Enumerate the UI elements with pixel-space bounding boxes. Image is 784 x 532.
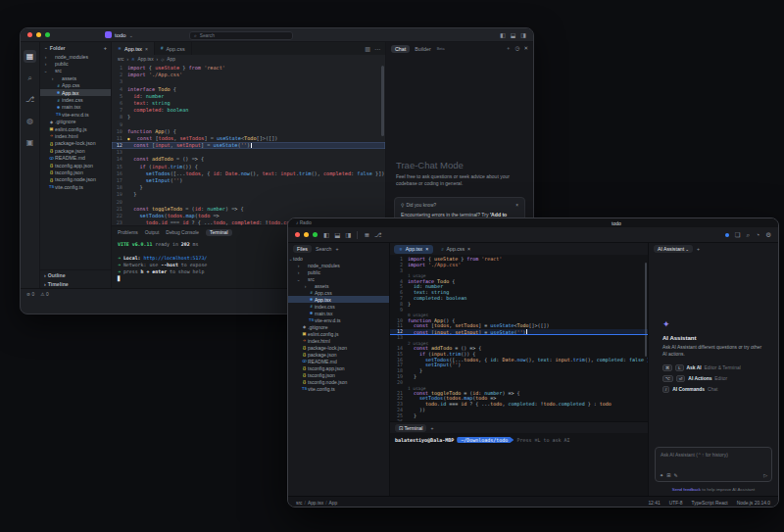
chat-tab-chat[interactable]: Chat xyxy=(391,45,410,53)
titlebar[interactable]: todo ⌄ ⌕ Search ◧⬓◨ xyxy=(21,28,533,42)
close-tab-icon[interactable]: × xyxy=(145,46,148,52)
breadcrumb-item[interactable]: App xyxy=(329,501,338,506)
breadcrumb[interactable]: src/App.tsx/App xyxy=(296,501,337,506)
close-icon[interactable]: × xyxy=(515,203,518,208)
tree-item-package-lock.json[interactable]: {}package-lock.json xyxy=(40,140,111,147)
search-icon[interactable]: ⌕ xyxy=(747,231,751,239)
explorer-header[interactable]: Folder xyxy=(50,45,66,51)
add-chat-button[interactable]: + xyxy=(697,246,700,252)
breadcrumb-item[interactable]: src xyxy=(118,57,123,62)
layout-sidebar-right-icon[interactable]: ◨ xyxy=(520,31,526,38)
breadcrumb-item[interactable]: App xyxy=(167,57,175,62)
tree-item-.gitignore[interactable]: ◆.gitignore xyxy=(288,323,389,330)
status-item[interactable]: UTF-8 xyxy=(669,501,683,506)
split-editor-icon[interactable]: ▥ xyxy=(365,45,370,52)
tree-item-README.md[interactable]: ⓘREADME.md xyxy=(288,358,389,364)
status-item[interactable]: Node.js 20.14.0 xyxy=(737,501,770,506)
close-tab-icon[interactable]: × xyxy=(425,246,428,252)
tab-App.css[interactable]: #App.css xyxy=(155,42,192,55)
activity-search-icon[interactable]: ⌕ xyxy=(24,72,36,84)
tree-item-assets[interactable]: ›assets xyxy=(40,74,111,81)
activity-explorer-icon[interactable]: ▦ xyxy=(24,50,36,63)
panel-tab-terminal[interactable]: Terminal xyxy=(206,229,231,236)
minimize-window-button[interactable] xyxy=(304,232,309,237)
add-terminal-button[interactable]: + xyxy=(430,425,433,431)
global-search-input[interactable]: ⌕ Search xyxy=(189,31,293,40)
tree-item-tsconfig.node.json[interactable]: {}tsconfig.node.json xyxy=(288,378,389,385)
tree-item-src[interactable]: ⌄src xyxy=(40,68,111,74)
edit-icon[interactable]: ✎ xyxy=(673,472,677,478)
tree-item-package-lock.json[interactable]: {}package-lock.json xyxy=(288,344,389,351)
tree-item-eslint.config.js[interactable]: ▣eslint.config.js xyxy=(40,125,111,132)
tree-item-eslint.config.js[interactable]: ▣eslint.config.js xyxy=(288,330,389,337)
tree-item-node_modules[interactable]: ›node_modules xyxy=(40,53,111,60)
ai-icon[interactable]: ✦ xyxy=(660,472,663,478)
zoom-window-button[interactable] xyxy=(313,232,318,237)
tree-item-tsconfig.app.json[interactable]: {}tsconfig.app.json xyxy=(40,162,111,169)
new-chat-icon[interactable]: ＋ xyxy=(506,45,512,52)
activity-extensions-icon[interactable]: ▣ xyxy=(24,136,36,149)
send-icon[interactable]: ▷ xyxy=(763,472,767,478)
ai-input[interactable]: Ask AI Assistant (⌃↑ for history) ✦ ⊞ ✎ … xyxy=(655,447,772,482)
tab-files[interactable]: Files xyxy=(293,245,312,253)
tree-item-tsconfig.json[interactable]: {}tsconfig.json xyxy=(288,371,389,378)
project-selector[interactable]: todo ⌄ xyxy=(105,31,133,38)
activity-source-control-icon[interactable]: ⎇ xyxy=(24,93,36,106)
tree-item-main.tsx[interactable]: ⚛main.tsx xyxy=(288,310,389,316)
activity-debug-icon[interactable]: ◍ xyxy=(24,115,36,127)
tree-item-App.tsx[interactable]: ⚛App.tsx xyxy=(288,296,389,303)
breadcrumb-item[interactable]: App.tsx xyxy=(308,501,323,506)
send-feedback-link[interactable]: Send feedback xyxy=(672,487,701,492)
history-icon[interactable]: ◷ xyxy=(515,45,520,52)
panel-tab-output[interactable]: Output xyxy=(145,230,160,235)
tree-item-index.html[interactable]: ‹›index.html xyxy=(288,337,389,344)
tree-item-public[interactable]: ›public xyxy=(288,268,389,275)
tree-item-vite.config.ts[interactable]: TSvite.config.ts xyxy=(288,385,389,392)
status-item[interactable]: TypeScript React xyxy=(691,501,727,506)
add-view-button[interactable]: + xyxy=(335,246,338,252)
tab-App.tsx[interactable]: ⚛App.tsx× xyxy=(394,245,433,254)
close-icon[interactable]: ✕ xyxy=(523,45,528,52)
tree-item-tsconfig.json[interactable]: {}tsconfig.json xyxy=(40,169,111,175)
tree-item-assets[interactable]: ›assets xyxy=(288,282,389,289)
list-icon[interactable]: ≣ xyxy=(364,231,368,239)
tree-item-index.css[interactable]: #index.css xyxy=(40,96,111,103)
close-tab-icon[interactable]: × xyxy=(467,246,470,252)
code-editor[interactable]: 1import { useState } from 'react'2import… xyxy=(112,64,385,225)
status-item[interactable]: 12:41 xyxy=(648,501,660,506)
minimize-window-button[interactable] xyxy=(36,32,41,37)
tree-item-package.json[interactable]: {}package.json xyxy=(288,351,389,358)
panel-right-icon[interactable]: ◨ xyxy=(345,231,351,239)
status-error[interactable]: ⊘0 xyxy=(26,292,34,297)
panel-bottom-icon[interactable]: ⬓ xyxy=(334,231,340,239)
close-window-button[interactable] xyxy=(295,232,300,237)
status-warning[interactable]: ⚠0 xyxy=(40,292,48,297)
notifications-icon[interactable]: ◔ xyxy=(756,231,760,239)
chat-tab-builder[interactable]: Builder xyxy=(415,46,431,52)
tree-item-src[interactable]: ⌄src xyxy=(288,275,389,282)
tree-item-tsconfig.app.json[interactable]: {}tsconfig.app.json xyxy=(288,364,389,371)
tree-item-index.css[interactable]: #index.css xyxy=(288,303,389,310)
panel-tab-debug-console[interactable]: Debug Console xyxy=(166,230,199,235)
traffic-lights[interactable] xyxy=(295,232,318,237)
tree-item-App.tsx[interactable]: ⚛App.tsx xyxy=(40,89,111,96)
layout-sidebar-icon[interactable]: ◧ xyxy=(500,31,506,38)
panel-tab-problems[interactable]: Problems xyxy=(118,230,138,235)
tree-item-package.json[interactable]: {}package.json xyxy=(40,147,111,154)
tree-item-README.md[interactable]: ⓘREADME.md xyxy=(40,154,111,161)
tab-App.tsx[interactable]: ⚛App.tsx× xyxy=(112,42,155,55)
breadcrumb[interactable]: src›⚛App.tsx›◇App xyxy=(112,55,385,64)
windows-icon[interactable]: ❏ xyxy=(735,231,741,239)
tree-item-index.html[interactable]: ‹›index.html xyxy=(40,132,111,139)
new-file-icon[interactable]: + xyxy=(104,45,107,51)
layout-panel-icon[interactable]: ⬓ xyxy=(511,31,516,38)
more-actions-icon[interactable]: ⋯ xyxy=(374,45,380,52)
tree-item-tsconfig.node.json[interactable]: {}tsconfig.node.json xyxy=(40,176,111,183)
tree-item-node_modules[interactable]: ›node_modules xyxy=(288,262,389,268)
breadcrumb-item[interactable]: src xyxy=(296,501,303,506)
close-window-button[interactable] xyxy=(27,32,32,37)
git-branch-icon[interactable]: ⎇ xyxy=(374,231,382,239)
attach-icon[interactable]: ⊞ xyxy=(666,472,670,478)
tree-item-vite-env.d.ts[interactable]: TSvite-env.d.ts xyxy=(40,111,111,118)
tree-item-main.tsx[interactable]: ⚛main.tsx xyxy=(40,104,111,111)
